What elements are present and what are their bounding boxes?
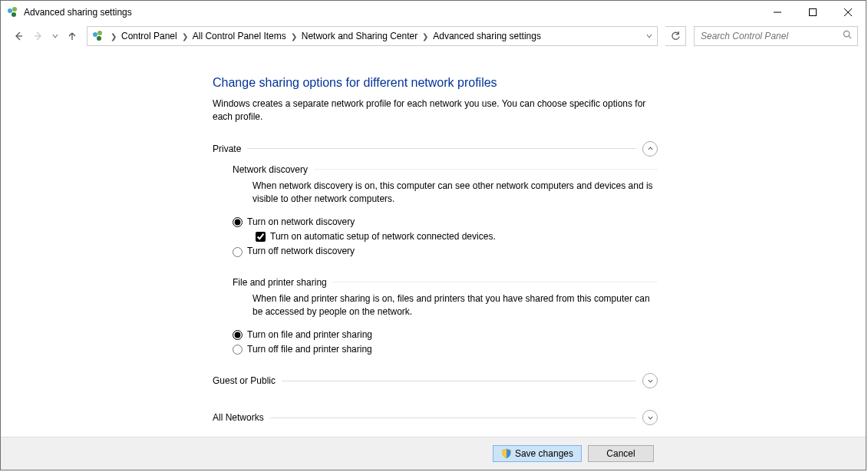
nav-row: ❯ Control Panel ❯ All Control Panel Item… [1, 24, 866, 54]
radio-file-printer-on[interactable]: Turn on file and printer sharing [233, 328, 658, 342]
address-bar[interactable]: ❯ Control Panel ❯ All Control Panel Item… [87, 26, 658, 46]
breadcrumb-advanced-sharing[interactable]: Advanced sharing settings [431, 27, 543, 45]
search-input[interactable] [699, 30, 843, 42]
option-label: Turn on automatic setup of network conne… [270, 230, 496, 243]
option-label: Turn on file and printer sharing [247, 328, 372, 342]
radio-network-discovery-on[interactable]: Turn on network discovery [233, 216, 658, 229]
chevron-up-icon[interactable] [642, 141, 658, 157]
radio-input[interactable] [233, 217, 243, 227]
cancel-button[interactable]: Cancel [588, 445, 654, 462]
svg-point-9 [93, 32, 97, 37]
option-label: Turn off network discovery [247, 245, 355, 258]
breadcrumb-all-items[interactable]: All Control Panel Items [191, 27, 288, 45]
svg-point-0 [8, 8, 12, 13]
checkbox-input[interactable] [256, 232, 266, 242]
svg-rect-4 [810, 9, 817, 16]
divider [270, 418, 636, 418]
window-frame: Advanced sharing settings [0, 0, 866, 470]
file-printer-description: When file and printer sharing is on, fil… [252, 292, 658, 319]
divider [333, 282, 658, 282]
checkbox-auto-setup[interactable]: Turn on automatic setup of network conne… [256, 230, 658, 243]
chevron-right-icon[interactable]: ❯ [419, 32, 431, 41]
page-title: Change sharing options for different net… [213, 76, 658, 90]
subsection-network-discovery: Network discovery [233, 164, 658, 175]
footer-bar: Save changes Cancel [1, 437, 866, 470]
subsection-label: File and printer sharing [233, 277, 333, 288]
chevron-right-icon[interactable]: ❯ [107, 32, 120, 41]
svg-point-1 [12, 7, 17, 12]
chevron-right-icon[interactable]: ❯ [179, 32, 191, 41]
svg-point-10 [97, 31, 102, 35]
divider [282, 381, 636, 381]
save-changes-button[interactable]: Save changes [493, 445, 582, 462]
breadcrumb-control-panel[interactable]: Control Panel [120, 27, 179, 45]
chevron-down-icon[interactable] [642, 410, 658, 425]
breadcrumb-network-center[interactable]: Network and Sharing Center [300, 27, 419, 45]
chevron-right-icon[interactable]: ❯ [288, 32, 300, 41]
close-button[interactable] [830, 1, 866, 24]
file-printer-options: Turn on file and printer sharing Turn of… [233, 328, 658, 357]
radio-file-printer-off[interactable]: Turn off file and printer sharing [233, 343, 658, 356]
button-label: Save changes [515, 448, 573, 459]
maximize-button[interactable] [795, 1, 830, 24]
window-controls [760, 1, 866, 24]
subsection-file-printer-sharing: File and printer sharing [233, 277, 658, 288]
section-private[interactable]: Private [213, 141, 658, 157]
radio-input[interactable] [233, 345, 243, 355]
search-icon [843, 30, 853, 42]
section-all-label: All Networks [213, 412, 270, 423]
subsection-label: Network discovery [233, 164, 314, 175]
app-icon [7, 6, 19, 18]
section-guest-label: Guest or Public [213, 375, 282, 386]
settings-panel: Change sharing options for different net… [213, 76, 658, 425]
page-description: Windows creates a separate network profi… [213, 97, 658, 124]
option-label: Turn on network discovery [247, 216, 355, 229]
minimize-button[interactable] [760, 1, 795, 24]
svg-point-2 [12, 12, 16, 17]
svg-point-12 [843, 31, 849, 36]
svg-line-13 [849, 36, 851, 38]
back-button[interactable] [10, 28, 27, 45]
up-button[interactable] [64, 28, 81, 45]
forward-button[interactable] [30, 28, 47, 45]
content-area: Change sharing options for different net… [1, 54, 866, 437]
section-guest-public[interactable]: Guest or Public [213, 373, 658, 388]
button-label: Cancel [606, 448, 635, 459]
recent-locations-dropdown[interactable] [50, 33, 61, 39]
network-discovery-description: When network discovery is on, this compu… [252, 180, 658, 206]
svg-point-11 [97, 36, 101, 41]
divider [247, 148, 636, 149]
address-history-dropdown[interactable] [642, 27, 657, 45]
refresh-button[interactable] [665, 26, 686, 46]
window-title: Advanced sharing settings [24, 7, 132, 18]
radio-input[interactable] [233, 247, 243, 257]
section-all-networks[interactable]: All Networks [213, 410, 658, 425]
section-private-label: Private [213, 144, 247, 154]
radio-network-discovery-off[interactable]: Turn off network discovery [233, 245, 658, 258]
divider [314, 169, 658, 170]
chevron-down-icon[interactable] [642, 373, 658, 388]
option-label: Turn off file and printer sharing [247, 343, 372, 356]
network-discovery-options: Turn on network discovery Turn on automa… [233, 216, 658, 259]
title-bar: Advanced sharing settings [1, 1, 866, 24]
radio-input[interactable] [233, 330, 243, 340]
search-box[interactable] [694, 26, 858, 46]
shield-icon [501, 448, 512, 459]
control-panel-icon [92, 30, 104, 42]
